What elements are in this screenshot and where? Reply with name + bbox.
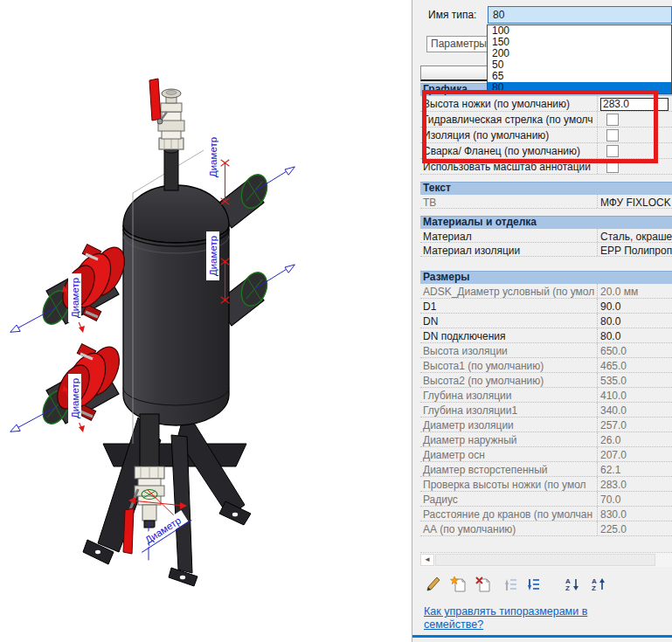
- type-name-dropdown: 100 150 200 50 65 80: [487, 24, 672, 94]
- move-up-button[interactable]: [501, 576, 520, 597]
- table-row: АА (по умолчанию) 225.0: [420, 521, 672, 536]
- table-row: Диаметр изоляции 257.0: [420, 418, 672, 432]
- annotation-highlight-box: [422, 90, 658, 163]
- table-row: DN подключения 80.0: [420, 328, 672, 343]
- diameter-label: Диаметр: [206, 231, 219, 280]
- param-value[interactable]: 207.0: [597, 447, 672, 461]
- param-value[interactable]: 465.0: [597, 358, 672, 372]
- svg-text:Z: Z: [592, 584, 596, 592]
- table-row: Диаметр осн 207.0: [420, 447, 672, 462]
- param-label: Глубина изоляции: [420, 388, 597, 402]
- param-value[interactable]: 80.0: [597, 328, 672, 342]
- table-row: Материал изоляции EPP Полипроп: [420, 243, 672, 257]
- svg-text:Диаметр: Диаметр: [70, 278, 80, 318]
- manage-types-help-link[interactable]: Как управлять типоразмерами в семействе?: [424, 605, 587, 631]
- section-header-materials: Материалы и отделка: [420, 216, 672, 229]
- pencil-icon: [425, 576, 442, 593]
- param-value[interactable]: 26.0: [597, 432, 672, 446]
- delete-type-button[interactable]: [475, 576, 494, 597]
- type-name-label: Имя типа:: [428, 9, 476, 21]
- svg-text:Диаметр: Диаметр: [208, 137, 218, 177]
- param-value[interactable]: 283.0: [597, 477, 672, 491]
- table-row: DN 80.0: [420, 314, 672, 328]
- param-value[interactable]: 535.0: [597, 373, 672, 387]
- table-row: TB МФУ FIXLOCK: [420, 195, 672, 209]
- diameter-label: Диаметр: [206, 133, 219, 182]
- param-value[interactable]: 410.0: [597, 388, 672, 402]
- param-label: Радиус: [420, 492, 597, 506]
- section-header-text: Текст: [420, 182, 672, 195]
- table-row: Расстояние до кранов (по умолчан 830.0: [420, 507, 672, 521]
- param-value[interactable]: 90.0: [597, 299, 672, 313]
- param-value[interactable]: 225.0: [597, 521, 672, 535]
- sort-descending-button[interactable]: AZ: [564, 576, 583, 597]
- param-value[interactable]: 70.0: [597, 492, 672, 506]
- param-label: Диамтер всторстепенный: [420, 462, 597, 476]
- param-value[interactable]: 20.0 мм: [597, 284, 672, 298]
- sort-ascending-button[interactable]: AZ: [590, 576, 609, 597]
- dropdown-option[interactable]: 200: [488, 48, 671, 59]
- param-value[interactable]: 257.0: [597, 418, 672, 431]
- delete-document-icon: [475, 576, 492, 593]
- section-header-dimensions: Размеры: [420, 271, 672, 284]
- param-label: АА (по умолчанию): [420, 521, 597, 535]
- top-ball-valve: [149, 79, 184, 190]
- param-label: Материал: [420, 229, 597, 242]
- sort-az-up-icon: AZ: [590, 576, 607, 593]
- move-down-button[interactable]: [523, 576, 543, 597]
- table-row: Материал Сталь, окрашен: [420, 229, 672, 243]
- type-toolbar: AZ AZ: [412, 576, 672, 598]
- param-label: Диаметр изоляции: [420, 418, 597, 431]
- param-value[interactable]: 830.0: [597, 507, 672, 521]
- scrollbar-thumb[interactable]: [435, 554, 655, 566]
- sort-az-down-icon: AZ: [564, 576, 581, 593]
- type-name-value: 80: [493, 9, 504, 21]
- scroll-left-button[interactable]: ◄: [420, 554, 434, 566]
- param-value[interactable]: МФУ FIXLOCK: [597, 195, 672, 208]
- param-label: Диаметр осн: [420, 447, 597, 461]
- param-value[interactable]: EPP Полипроп: [597, 243, 672, 256]
- table-row: Глубина изоляции1 340.0: [420, 403, 672, 418]
- vessel-body: [123, 185, 229, 425]
- param-label: Высота изоляции: [420, 343, 597, 357]
- dialog-bottom-border: [412, 635, 672, 638]
- table-row: D1 90.0: [420, 299, 672, 314]
- param-label: DN: [420, 314, 597, 328]
- table-row: Высота изоляции 650.0: [420, 343, 672, 358]
- new-type-button[interactable]: [450, 576, 469, 597]
- table-row: Радиус 70.0: [420, 492, 672, 507]
- move-up-icon: [501, 576, 518, 593]
- type-name-combobox[interactable]: 80: [488, 6, 672, 24]
- 3d-viewport[interactable]: Диаметр Диаметр Диаметр Диаметр Диаметр: [0, 0, 412, 642]
- edit-button[interactable]: [425, 576, 444, 597]
- param-value[interactable]: 62.1: [597, 462, 672, 476]
- param-label: Глубина изоляции1: [420, 403, 597, 417]
- param-value[interactable]: Сталь, окрашен: [597, 229, 672, 242]
- param-value[interactable]: 650.0: [597, 343, 672, 357]
- svg-text:Диаметр: Диаметр: [70, 378, 80, 418]
- param-label: Высота1 (по умолчанию): [420, 358, 597, 372]
- param-label: D1: [420, 299, 597, 313]
- param-label: Диаметр наружный: [420, 432, 597, 446]
- dropdown-option[interactable]: 150: [488, 37, 671, 48]
- new-document-icon: [450, 576, 468, 593]
- dropdown-option[interactable]: 50: [488, 59, 671, 71]
- table-row: Высота1 (по умолчанию) 465.0: [420, 358, 672, 373]
- param-label: Расстояние до кранов (по умолчан: [420, 507, 597, 521]
- pipe-couplings: [51, 242, 131, 421]
- dropdown-option[interactable]: 100: [488, 25, 671, 37]
- help-link-container: Как управлять типоразмерами в семействе?: [424, 605, 599, 632]
- svg-text:Z: Z: [565, 584, 570, 592]
- table-row: Диаметр наружный 26.0: [420, 432, 672, 447]
- param-label: TB: [420, 195, 597, 208]
- table-row: ADSK_Диаметр условный (по умол 20.0 мм: [420, 284, 672, 299]
- table-row: Проверка высоты ножки (по умол 283.0: [420, 477, 672, 492]
- svg-text:Диаметр: Диаметр: [208, 236, 218, 276]
- diameter-label: Диаметр: [68, 273, 81, 322]
- param-label: ADSK_Диаметр условный (по умол: [420, 284, 597, 298]
- table-row: Высота2 (по умолчанию) 535.0: [420, 373, 672, 388]
- param-value[interactable]: 340.0: [597, 403, 672, 417]
- param-value[interactable]: 80.0: [597, 314, 672, 328]
- dropdown-option[interactable]: 65: [488, 71, 671, 82]
- horizontal-scrollbar[interactable]: ◄: [420, 552, 672, 567]
